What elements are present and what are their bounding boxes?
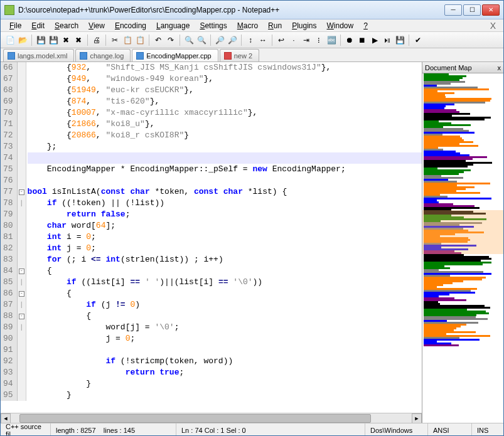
menu-file[interactable]: File [4, 20, 26, 31]
menubar: FileEditSearchViewEncodingLanguageSettin… [1, 19, 503, 32]
save-icon[interactable]: 💾 [35, 35, 46, 46]
menu-plugins[interactable]: Plugins [287, 20, 321, 31]
app-icon [4, 5, 14, 15]
scroll-thumb[interactable] [19, 414, 371, 423]
document-map-viewport[interactable] [422, 210, 503, 254]
close-all-icon[interactable]: ✖ [73, 35, 84, 46]
tab-label: EncodingMapper.cpp [146, 52, 211, 60]
horizontal-scrollbar[interactable]: ◄ ► [1, 413, 422, 423]
guide-icon[interactable]: ⫶ [313, 35, 324, 46]
tab-new-2[interactable]: new 2 [220, 49, 259, 61]
tab-langs-model-xml[interactable]: langs.model.xml [3, 49, 74, 61]
play-icon[interactable]: ▶ [369, 35, 380, 46]
window-title: D:\source\notepad++\trunk\PowerEditor\sr… [18, 6, 444, 14]
copy-icon[interactable]: 📋 [122, 35, 133, 46]
multi-icon[interactable]: ⏯ [382, 35, 393, 46]
new-icon[interactable]: 📄 [4, 35, 16, 46]
tab-close-x-icon[interactable]: X [486, 21, 500, 31]
menu-macro[interactable]: Macro [232, 20, 263, 31]
minimize-button[interactable]: ─ [444, 4, 462, 16]
tab-change-log[interactable]: change.log [75, 49, 131, 61]
sync-h-icon[interactable]: ↔ [257, 35, 269, 46]
code-pane: 6667686970717273747576777879808182838485… [1, 62, 422, 423]
save-all-icon[interactable]: 💾 [48, 35, 59, 46]
menu-language[interactable]: Language [151, 20, 195, 31]
save-macro-icon[interactable]: 💾 [394, 35, 405, 46]
toolbar: 📄📂💾💾✖✖🖨✂📋📋↶↷🔍🔍🔎🔎↕↔↩·⇥⫶🔤⏺⏹▶⏯💾✔ [1, 32, 503, 48]
tab-bar: langs.model.xmlchange.logEncodingMapper.… [1, 48, 503, 62]
code-scroll[interactable]: 6667686970717273747576777879808182838485… [1, 62, 422, 413]
document-map-label: Document Map [425, 64, 472, 72]
menu-help[interactable]: ? [358, 20, 373, 31]
statusbar: C++ source fil length : 8257 lines : 145… [1, 423, 503, 436]
file-icon [136, 52, 144, 60]
scroll-right-arrow-icon[interactable]: ► [412, 413, 422, 423]
fold-gutter[interactable]: -│-│-│-│ [18, 62, 26, 401]
redo-icon[interactable]: ↷ [165, 35, 176, 46]
indent-icon[interactable]: ⇥ [301, 35, 312, 46]
titlebar: D:\source\notepad++\trunk\PowerEditor\sr… [1, 1, 503, 19]
file-icon [80, 52, 87, 60]
open-icon[interactable]: 📂 [17, 35, 28, 46]
file-icon [8, 52, 15, 60]
tab-label: langs.model.xml [18, 52, 67, 60]
close-button[interactable]: ✕ [482, 4, 500, 16]
spell-icon[interactable]: ✔ [412, 35, 424, 46]
menu-view[interactable]: View [83, 20, 110, 31]
menu-edit[interactable]: Edit [26, 20, 50, 31]
document-map-body[interactable] [422, 73, 503, 423]
scroll-left-arrow-icon[interactable]: ◄ [1, 413, 11, 423]
wrap-icon[interactable]: ↩ [276, 35, 287, 46]
sync-v-icon[interactable]: ↕ [245, 35, 256, 46]
lang-icon[interactable]: 🔤 [326, 35, 337, 46]
status-length: length : 8257 lines : 145 [51, 423, 176, 436]
document-map-panel: Document Map x [422, 62, 503, 423]
status-filetype: C++ source fil [1, 423, 51, 436]
whitespace-icon[interactable]: · [288, 35, 299, 46]
status-insert-mode: INS [472, 423, 503, 436]
replace-icon[interactable]: 🔍 [196, 35, 207, 46]
tab-label: change.log [90, 52, 124, 60]
zoom-out-icon[interactable]: 🔎 [227, 35, 238, 46]
document-map-title: Document Map x [422, 62, 503, 73]
close-icon[interactable]: ✖ [60, 35, 72, 46]
cut-icon[interactable]: ✂ [109, 35, 121, 46]
code-lines[interactable]: {932, "Shift_JIS MS_Kanji csShiftJIS csw… [26, 62, 422, 401]
maximize-button[interactable]: ☐ [463, 4, 481, 16]
find-icon[interactable]: 🔍 [183, 35, 195, 46]
line-number-gutter: 6667686970717273747576777879808182838485… [1, 62, 18, 401]
zoom-in-icon[interactable]: 🔎 [214, 35, 225, 46]
record-icon[interactable]: ⏺ [344, 35, 355, 46]
status-encoding: ANSI [428, 423, 472, 436]
status-position: Ln : 74 Col : 1 Sel : 0 [176, 423, 365, 436]
tab-label: new 2 [234, 52, 252, 60]
file-icon [224, 52, 232, 60]
menu-run[interactable]: Run [263, 20, 287, 31]
tab-EncodingMapper-cpp[interactable]: EncodingMapper.cpp [132, 49, 218, 61]
undo-icon[interactable]: ↶ [153, 35, 164, 46]
stop-icon[interactable]: ⏹ [357, 35, 368, 46]
paste-icon[interactable]: 📋 [134, 35, 146, 46]
menu-search[interactable]: Search [50, 20, 83, 31]
status-eol: Dos\Windows [365, 423, 428, 436]
print-icon[interactable]: 🖨 [91, 35, 102, 46]
menu-encoding[interactable]: Encoding [110, 20, 151, 31]
menu-settings[interactable]: Settings [195, 20, 232, 31]
menu-window[interactable]: Window [322, 20, 359, 31]
document-map-close-icon[interactable]: x [498, 64, 501, 72]
